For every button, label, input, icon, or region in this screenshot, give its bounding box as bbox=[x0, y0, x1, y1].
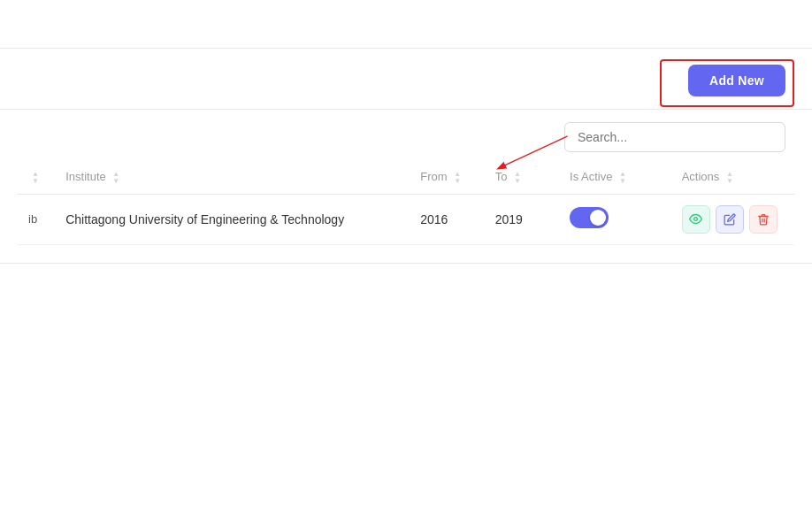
view-button[interactable] bbox=[682, 205, 710, 234]
add-new-button[interactable]: Add New bbox=[688, 65, 785, 96]
col-header-actions[interactable]: Actions ▲▼ bbox=[671, 161, 794, 194]
table-header-row: ▲▼ Institute ▲▼ From ▲▼ bbox=[18, 161, 794, 194]
sort-icon-isactive: ▲▼ bbox=[619, 171, 626, 185]
table-wrapper: ▲▼ Institute ▲▼ From ▲▼ bbox=[0, 161, 812, 245]
sort-icon-id: ▲▼ bbox=[32, 171, 39, 185]
search-area bbox=[0, 110, 812, 161]
edit-button[interactable] bbox=[716, 205, 744, 234]
col-header-id: ▲▼ bbox=[18, 161, 55, 194]
toolbar: Add New bbox=[0, 49, 812, 110]
col-header-isactive[interactable]: Is Active ▲▼ bbox=[559, 161, 671, 194]
table-row: ib Chittagong University of Engineering … bbox=[18, 194, 794, 244]
page-wrapper: Add New ▲▼ bbox=[0, 0, 812, 530]
is-active-toggle[interactable] bbox=[570, 207, 609, 228]
sort-icon-from: ▲▼ bbox=[454, 171, 461, 185]
cell-isactive bbox=[559, 194, 671, 244]
action-buttons-group bbox=[682, 205, 784, 234]
col-header-to[interactable]: To ▲▼ bbox=[485, 161, 559, 194]
data-table: ▲▼ Institute ▲▼ From ▲▼ bbox=[18, 161, 794, 245]
top-bar bbox=[0, 0, 812, 49]
cell-id: ib bbox=[18, 194, 55, 244]
col-header-from[interactable]: From ▲▼ bbox=[410, 161, 484, 194]
cell-actions bbox=[671, 194, 794, 244]
svg-point-2 bbox=[694, 218, 698, 221]
cell-to: 2019 bbox=[485, 194, 559, 244]
search-input[interactable] bbox=[564, 122, 785, 152]
bottom-divider bbox=[0, 263, 812, 264]
delete-button[interactable] bbox=[749, 205, 778, 234]
search-input-wrapper bbox=[564, 122, 785, 152]
sort-icon-to: ▲▼ bbox=[514, 171, 521, 185]
cell-institute: Chittagong University of Engineering & T… bbox=[55, 194, 410, 244]
cell-from: 2016 bbox=[410, 194, 484, 244]
sort-icon-institute: ▲▼ bbox=[112, 171, 119, 185]
sort-icon-actions: ▲▼ bbox=[726, 171, 733, 185]
col-header-institute[interactable]: Institute ▲▼ bbox=[55, 161, 410, 194]
